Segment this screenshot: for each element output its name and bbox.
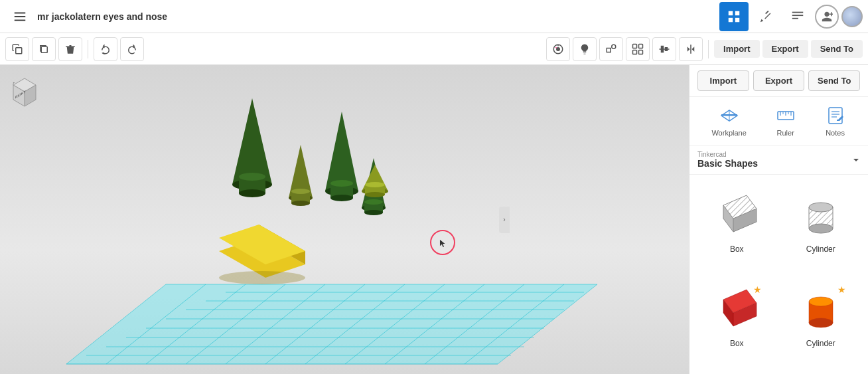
svg-rect-19 (639, 44, 643, 48)
export-button[interactable]: Export (762, 40, 808, 58)
svg-rect-1 (15, 16, 26, 17)
copy-button[interactable] (5, 37, 29, 61)
code-view-button[interactable] (783, 2, 812, 31)
delete-button[interactable] (58, 37, 82, 61)
svg-marker-26 (66, 284, 597, 364)
star-badge-box-red: ★ (753, 284, 762, 295)
mirror-button[interactable] (679, 37, 703, 61)
workplane-icon-container (719, 105, 740, 126)
shape-card-cylinder-orange[interactable]: ★ Cylinder (782, 277, 861, 366)
panel-send-to-button[interactable]: Send To (808, 70, 860, 91)
redo-button[interactable] (120, 37, 144, 61)
svg-marker-59 (325, 112, 358, 191)
shapes-dropdown[interactable]: Tinkercad Basic Shapes (689, 145, 868, 175)
svg-rect-18 (633, 44, 637, 48)
shape-preview-cylinder-grey (794, 189, 847, 242)
star-badge-cylinder-orange: ★ (837, 284, 846, 295)
notes-label: Notes (826, 129, 845, 137)
group-icon (632, 43, 644, 55)
svg-rect-24 (665, 47, 668, 51)
svg-rect-6 (735, 17, 739, 21)
trash-icon (64, 43, 76, 55)
shape-card-cylinder-grey[interactable]: Cylinder (782, 183, 861, 272)
workplane-icon (719, 105, 740, 126)
dropdown-chevron-icon (852, 156, 860, 164)
group-button[interactable] (626, 37, 650, 61)
svg-point-67 (364, 199, 383, 205)
toolbar-right (546, 37, 703, 61)
workplane-tool[interactable]: Workplane (706, 102, 751, 140)
align-button[interactable] (652, 37, 676, 61)
import-button[interactable]: Import (714, 40, 759, 58)
ruler-label: Ruler (777, 129, 794, 137)
send-to-button[interactable]: Send To (811, 40, 863, 58)
comment-button[interactable] (546, 37, 570, 61)
top-bar: mr jackolatern eyes and nose (0, 0, 868, 33)
shape-icon (605, 43, 617, 55)
build-icon (759, 9, 773, 24)
panel-collapse-handle[interactable]: › (499, 207, 510, 233)
build-view-button[interactable] (751, 2, 780, 31)
svg-rect-3 (729, 11, 733, 15)
shape-button[interactable] (599, 37, 623, 61)
svg-point-13 (557, 47, 560, 50)
shape-label-box-red: Box (730, 339, 744, 348)
shape-preview-box-red: ★ (710, 283, 763, 336)
cylinder-grey-svg (794, 189, 847, 242)
shape-card-box-grey[interactable]: Box (697, 183, 776, 272)
ruler-icon (775, 105, 796, 126)
copy-icon (11, 43, 23, 55)
dropdown-category: Tinkercad (697, 151, 758, 158)
svg-point-53 (239, 189, 265, 197)
add-user-button[interactable] (815, 5, 839, 29)
duplicate-icon (38, 43, 50, 55)
duplicate-button[interactable] (32, 37, 56, 61)
grid-view-button[interactable] (719, 2, 749, 31)
ruler-icon-container (775, 105, 796, 126)
svg-rect-10 (16, 47, 22, 53)
undo-button[interactable] (94, 37, 117, 61)
svg-rect-20 (633, 50, 637, 54)
svg-rect-7 (792, 11, 804, 13)
lightbulb-icon (579, 43, 591, 55)
panel-export-button[interactable]: Export (753, 70, 805, 91)
redo-icon (126, 43, 138, 55)
notes-icon-container (825, 105, 846, 126)
svg-rect-8 (792, 15, 804, 16)
svg-point-58 (291, 201, 310, 206)
comment-icon (552, 43, 564, 55)
right-panel-actions: Import Export Send To (689, 65, 868, 97)
svg-rect-23 (661, 45, 664, 52)
mirror-icon (685, 43, 697, 55)
grid-icon (727, 9, 741, 24)
separator-1 (88, 40, 88, 58)
svg-point-14 (555, 47, 557, 48)
shape-label-cylinder-orange: Cylinder (806, 339, 835, 348)
ruler-tool[interactable]: Ruler (770, 102, 802, 140)
user-avatar[interactable] (841, 6, 863, 27)
svg-point-52 (239, 173, 265, 181)
notes-tool[interactable]: Notes (820, 102, 851, 140)
viewport[interactable]: RIGHT T › (0, 65, 689, 374)
shape-card-box-red[interactable]: ★ Box (697, 277, 776, 366)
top-bar-right (719, 2, 868, 31)
svg-point-126 (809, 318, 833, 327)
shape-label-cylinder-grey: Cylinder (806, 244, 835, 254)
orientation-cube[interactable]: RIGHT T (7, 72, 43, 108)
menu-button[interactable] (8, 5, 32, 29)
main-content: RIGHT T › Import Export Send To (0, 65, 868, 374)
svg-point-57 (291, 189, 310, 194)
svg-rect-2 (15, 19, 26, 21)
top-bar-left: mr jackolatern eyes and nose (0, 5, 175, 29)
code-icon (790, 9, 805, 24)
svg-point-111 (809, 203, 833, 212)
svg-rect-4 (735, 11, 739, 15)
svg-point-73 (365, 192, 385, 197)
light-button[interactable] (573, 37, 597, 61)
panel-import-button[interactable]: Import (697, 70, 749, 91)
menu-icon (13, 9, 27, 24)
svg-point-72 (365, 182, 385, 187)
workplane-label: Workplane (711, 129, 746, 137)
dropdown-value: Basic Shapes (697, 158, 758, 169)
svg-point-112 (809, 224, 833, 233)
